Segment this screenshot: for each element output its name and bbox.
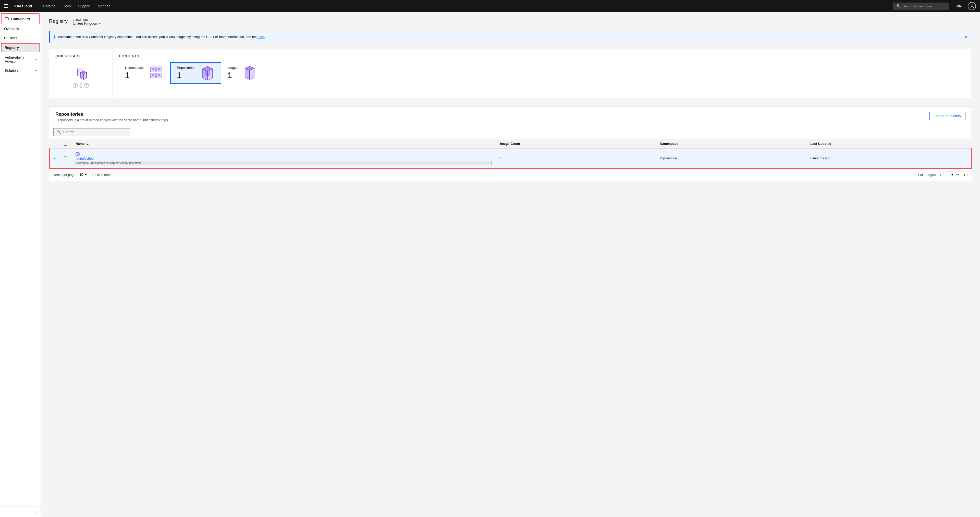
- page-select[interactable]: 1 ▾: [945, 171, 960, 178]
- top-navigation: IBM Cloud Catalog Docs Support Manage 🔍 …: [0, 0, 980, 12]
- next-page-button[interactable]: ›: [962, 171, 967, 178]
- quick-start-card[interactable]: 1 2 3: [56, 62, 107, 93]
- pages-info: 1 of 1 pages: [918, 173, 936, 177]
- repo-name-link[interactable]: fauria/vsftpd: [76, 157, 492, 160]
- namespaces-icon: [150, 66, 164, 80]
- content-cards: Namespaces 1: [119, 62, 966, 84]
- nav-docs[interactable]: Docs: [59, 3, 74, 9]
- images-card[interactable]: Images 1: [221, 62, 267, 84]
- page-header: Registry LOCATION United Kingdom ▾: [49, 18, 972, 26]
- location-selector[interactable]: United Kingdom ▾: [73, 21, 100, 26]
- items-per-page-select[interactable]: 10 25 50: [77, 172, 88, 177]
- global-search[interactable]: 🔍: [893, 3, 950, 10]
- namespaces-card[interactable]: Namespaces 1: [119, 62, 170, 84]
- registry-url: registry.eu-gb.bluemix.net/sftp-service/…: [76, 161, 492, 165]
- checkbox-cell[interactable]: [60, 148, 72, 168]
- table-row[interactable]: ›: [49, 148, 971, 168]
- repositories-count: 1: [177, 71, 195, 80]
- info-banner: ℹ Welcome to the new Container Registry …: [49, 31, 972, 43]
- last-updated-column-header: Last Updated: [806, 139, 971, 148]
- sort-icon: ▲: [86, 143, 89, 145]
- quick-start-steps: 1 2 3: [73, 83, 89, 88]
- container-icon: [5, 16, 9, 21]
- sidebar-collapse-button[interactable]: ‹: [0, 507, 41, 517]
- namespaces-info: Namespaces 1: [125, 66, 145, 80]
- name-column-header[interactable]: Name ▲: [72, 139, 496, 148]
- image-count-cell: 1: [496, 148, 655, 168]
- pagination: 1 of 1 pages ‹ 1 ▾ ›: [918, 171, 967, 178]
- hamburger-menu[interactable]: [4, 4, 8, 8]
- quick-start-title: Quick Start: [56, 54, 107, 58]
- chevron-down-icon: ▾: [35, 69, 37, 72]
- sidebar-item-overview[interactable]: Overview: [0, 24, 41, 33]
- create-repository-button[interactable]: Create repository: [929, 112, 966, 121]
- sidebar-item-registry[interactable]: Registry: [1, 43, 40, 52]
- items-per-page: Items per page: 10 25 50 | 1-1 of 1 item…: [53, 172, 111, 177]
- banner-text: Welcome to the new Container Registry ex…: [58, 35, 962, 40]
- expand-column-header: [49, 139, 60, 148]
- svg-rect-2: [6, 17, 8, 18]
- clusters-label: Clusters: [4, 36, 17, 40]
- expand-cell[interactable]: ›: [49, 148, 60, 168]
- containers-label: Containers: [11, 17, 30, 21]
- svg-rect-13: [158, 68, 160, 70]
- user-avatar[interactable]: [968, 2, 976, 10]
- overview-cards: Quick Start 1: [49, 49, 972, 98]
- step-1: 1: [73, 83, 78, 88]
- svg-marker-26: [250, 68, 254, 79]
- images-label: Images: [228, 66, 239, 70]
- sidebar-item-solutions[interactable]: Solutions ▾: [0, 66, 41, 75]
- svg-rect-22: [205, 71, 210, 76]
- info-icon: ℹ: [54, 35, 56, 40]
- search-input[interactable]: [903, 4, 943, 8]
- repositories-label: Repositories: [177, 66, 195, 70]
- search-input-wrap[interactable]: 🔍: [53, 128, 130, 136]
- items-range: |: [89, 173, 90, 177]
- sidebar-item-clusters[interactable]: Clusters: [0, 33, 41, 43]
- user-label[interactable]: IBM: [956, 4, 962, 8]
- svg-rect-4: [78, 70, 82, 70]
- sidebar: Containers Overview Clusters Registry Vu…: [0, 12, 41, 517]
- nav-manage[interactable]: Manage: [94, 3, 114, 9]
- contents-section: Contents Namespaces 1: [113, 49, 972, 98]
- search-input[interactable]: [63, 130, 127, 134]
- namespace-column-header: Namespace: [655, 139, 806, 148]
- banner-close-button[interactable]: ✕: [964, 35, 968, 39]
- images-icon: [243, 66, 258, 80]
- items-per-page-label: Items per page:: [53, 173, 76, 177]
- sidebar-item-vulnerability-advisor[interactable]: Vulnerability Advisor ▾: [0, 53, 41, 66]
- svg-point-0: [971, 5, 973, 6]
- namespaces-count: 1: [125, 71, 145, 80]
- nav-links: Catalog Docs Support Manage: [40, 3, 114, 9]
- items-range-text: 1-1 of 1 items: [91, 173, 111, 177]
- step-3: 3: [84, 83, 89, 88]
- banner-docs-link[interactable]: docs: [258, 35, 264, 39]
- images-count: 1: [228, 71, 239, 80]
- images-info: Images 1: [228, 66, 239, 80]
- main-content: Registry LOCATION United Kingdom ▾ ℹ Wel…: [41, 12, 980, 517]
- overview-label: Overview: [4, 27, 19, 31]
- row-checkbox[interactable]: [64, 157, 67, 160]
- namespace-cell: sftp-service: [655, 148, 806, 168]
- location-block: LOCATION United Kingdom ▾: [73, 18, 100, 26]
- location-label: LOCATION: [73, 18, 100, 21]
- svg-rect-17: [158, 74, 160, 76]
- repo-name-icon: [76, 152, 492, 156]
- registry-label: Registry: [5, 46, 19, 50]
- location-caret-icon: ▾: [99, 22, 100, 25]
- step-2: 2: [79, 83, 83, 88]
- location-value: United Kingdom: [73, 21, 98, 25]
- nav-support[interactable]: Support: [75, 3, 94, 9]
- name-cell: fauria/vsftpd registry.eu-gb.bluemix.net…: [72, 148, 496, 168]
- quick-start-illustration: [73, 67, 89, 82]
- prev-page-button[interactable]: ‹: [938, 171, 943, 178]
- last-updated-cell: 6 months ago: [806, 148, 971, 168]
- expand-row-button[interactable]: ›: [54, 157, 55, 160]
- select-all-checkbox[interactable]: [64, 142, 67, 146]
- svg-rect-11: [151, 68, 154, 70]
- sidebar-section-containers[interactable]: Containers: [1, 13, 40, 24]
- repositories-card[interactable]: Repositories 1: [170, 62, 221, 84]
- nav-catalog[interactable]: Catalog: [40, 3, 59, 9]
- repositories-section-desc: A repository is a set of related images …: [56, 118, 169, 122]
- svg-rect-5: [78, 71, 81, 71]
